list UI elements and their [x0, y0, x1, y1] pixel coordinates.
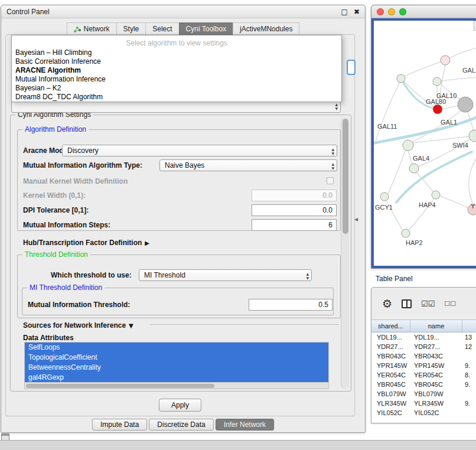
which-threshold-select[interactable]: MI Threshold ▲▼ [139, 269, 312, 281]
tab-impute-data[interactable]: Impute Data [92, 419, 147, 431]
network-node[interactable] [397, 74, 405, 83]
algorithm-option[interactable]: Bayesian – Hill Climbing [12, 48, 341, 57]
tab-cyni-toolbox[interactable]: Cyni Toolbox [179, 22, 233, 35]
network-node[interactable] [403, 140, 413, 151]
network-node[interactable] [409, 164, 419, 173]
column-header-extra[interactable] [462, 320, 476, 332]
dpi-tolerance-input[interactable]: 0.0 [252, 204, 337, 216]
table-row[interactable]: YBL079WYBL079W [371, 389, 476, 399]
scrollbar-thumb[interactable] [26, 384, 214, 388]
group-title: MI Threshold Definition [27, 283, 105, 292]
network-edge[interactable] [408, 151, 412, 164]
settings-scrollbar[interactable] [341, 118, 349, 389]
table-row[interactable]: YBR043CYBR043C [371, 351, 476, 361]
attribute-item[interactable]: BetweennessCentrality [25, 363, 328, 373]
algorithm-option[interactable]: Bayesian – K2 [12, 84, 341, 93]
data-attributes-list[interactable]: SelfLoopsTopologicalCoefficientBetweenne… [24, 342, 329, 389]
attribute-item[interactable]: gal4RGexp [25, 373, 328, 383]
column-header-shared-name[interactable]: shared... [371, 320, 410, 332]
network-edge[interactable] [388, 151, 405, 194]
hub-section-toggle[interactable]: Hub/Transcription Factor Definition▶ [23, 237, 149, 249]
network-node[interactable] [402, 229, 410, 237]
algorithm-option[interactable]: Basic Correlation Inference [12, 57, 341, 66]
network-edge[interactable] [442, 106, 458, 109]
tab-label: jActiveMNodules [240, 25, 292, 33]
table-row[interactable]: YER054CYER054C8. [371, 370, 476, 380]
zoom-traffic-light-icon[interactable] [399, 8, 406, 15]
table-cell: YBL079W [371, 389, 410, 399]
network-node[interactable] [432, 191, 440, 199]
network-node[interactable] [380, 193, 389, 201]
close-traffic-light-icon[interactable] [377, 8, 384, 15]
attribute-item[interactable]: TopologicalCoefficient [25, 353, 328, 363]
tab-discretize-data[interactable]: Discretize Data [149, 419, 213, 431]
tab-infer-network[interactable]: Infer Network [216, 419, 274, 431]
spinner-arrows-icon: ▲▼ [331, 147, 334, 155]
algorithm-option[interactable]: Dream8 DC_TDC Algorithm [12, 93, 341, 102]
deselect-all-icon[interactable]: ☐☐ [444, 300, 456, 308]
tab-jactivemodules[interactable]: jActiveMNodules [233, 22, 299, 35]
network-edge[interactable] [445, 47, 476, 60]
spinner-arrows-icon: ▲▼ [306, 272, 309, 280]
aracne-mode-select[interactable]: Discovery ▲▼ [62, 145, 337, 156]
mi-type-select[interactable]: Naive Bayes ▲▼ [159, 159, 337, 171]
table-cell: 9. [462, 361, 476, 370]
network-scrollbar[interactable] [474, 21, 476, 31]
mi-threshold-input[interactable]: 0.5 [249, 299, 332, 311]
table-cell [462, 408, 476, 418]
sources-section-toggle[interactable]: Sources for Network Inference▼ [23, 319, 133, 331]
table-row[interactable]: YDL19...YDL19...13 [371, 332, 476, 342]
algorithm-aux-button[interactable] [347, 60, 356, 75]
table-row[interactable]: YBR045CYBR045C9. [371, 380, 476, 389]
table-row[interactable]: YIL052CYIL052C [371, 408, 476, 418]
node-label: Y [471, 203, 475, 210]
column-selector-icon[interactable] [402, 299, 412, 308]
network-canvas[interactable]: GALGAL80GAL10GAL11GAL1SWI4GAL4GCY1HAP4HA… [374, 21, 476, 266]
network-node[interactable] [458, 97, 473, 112]
table-row[interactable]: YDR27...YDR27...12 [371, 342, 476, 351]
algorithm-option[interactable]: Mutual Information Inference [12, 75, 341, 84]
table-cell: YDL19... [371, 332, 410, 342]
tab-network[interactable]: Network [67, 22, 116, 35]
select-all-icon[interactable]: ☑☑ [421, 299, 435, 308]
chevron-down-icon[interactable]: ▼ [129, 322, 133, 329]
attribute-item[interactable]: SelfLoops [25, 343, 328, 353]
attributes-hscrollbar[interactable] [25, 382, 328, 389]
network-edge[interactable] [375, 83, 400, 144]
table-cell: YBR045C [410, 380, 462, 389]
tab-style[interactable]: Style [116, 22, 146, 35]
table-cell: YDR27... [410, 342, 462, 351]
network-edge[interactable] [374, 116, 476, 144]
control-panel-titlebar[interactable]: Control Panel □ ✖ [1, 5, 365, 18]
manual-kernel-checkbox[interactable] [327, 177, 334, 184]
scrollbar-thumb[interactable] [343, 119, 348, 234]
network-titlebar[interactable] [371, 5, 476, 18]
chevron-right-icon[interactable]: ▶ [145, 240, 149, 246]
network-node[interactable] [433, 77, 441, 86]
restore-icon[interactable]: □ [341, 8, 348, 16]
table-row[interactable]: YLR345WYLR345W9. [371, 399, 476, 408]
mi-steps-input[interactable]: 6 [252, 219, 337, 231]
tab-select[interactable]: Select [145, 22, 178, 35]
gear-icon[interactable]: ⚙ [382, 297, 392, 310]
network-edge[interactable] [441, 77, 476, 81]
network-node[interactable] [433, 105, 442, 114]
network-node[interactable] [441, 56, 450, 65]
close-icon[interactable]: ✖ [354, 8, 360, 16]
algorithm-option[interactable]: ARACNE Algorithm [12, 66, 341, 75]
network-edge[interactable] [405, 60, 445, 76]
node-label: GAL1 [441, 119, 457, 126]
bottom-tab-bar: Impute Data Discretize Data Infer Networ… [1, 419, 365, 431]
minimize-traffic-light-icon[interactable] [388, 8, 395, 15]
table-cell: YDR27... [371, 342, 410, 351]
table-cell: YDL19... [410, 332, 462, 342]
panel-collapse-arrow[interactable]: ◀ [354, 217, 358, 222]
network-edge[interactable] [469, 155, 476, 204]
network-node[interactable] [469, 130, 476, 142]
kernel-width-input[interactable]: 0.0 [252, 190, 337, 201]
apply-button[interactable]: Apply [159, 399, 201, 412]
table-row[interactable]: YPR145WYPR145W9. [371, 361, 476, 370]
network-edge[interactable] [440, 196, 468, 208]
algorithm-dropdown-list: Bayesian – Hill ClimbingBasic Correlatio… [12, 48, 341, 102]
column-header-name[interactable]: name [410, 320, 462, 332]
